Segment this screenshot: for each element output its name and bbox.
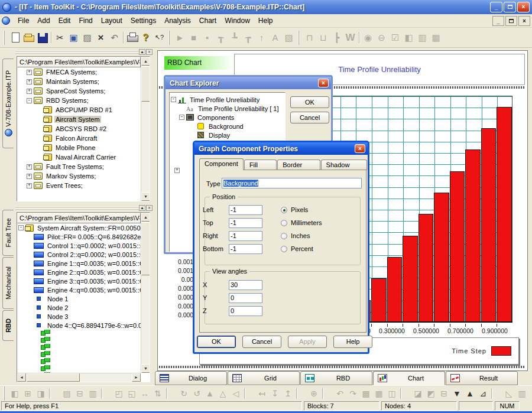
field-input[interactable] [229,218,262,228]
mdi-restore-button[interactable] [505,16,517,26]
scroll-up-arrow[interactable]: ▲ [141,213,150,222]
toolbar-button[interactable] [357,31,361,44]
toolbar-button[interactable]: ⊟ [73,387,86,400]
menu-item[interactable]: Layout [97,15,126,27]
toolbar-button[interactable]: ⇅ [151,387,164,400]
field-input[interactable] [229,280,262,290]
expand-toggle-icon[interactable] [27,79,32,84]
toolbar-button[interactable] [22,31,35,44]
minimize-button[interactable]: _ [490,2,502,12]
tree-row[interactable]: Time Profile Unreliability [ 1] [170,104,285,113]
tree-row[interactable]: Fault Tree Systems; [17,162,141,171]
properties-tab[interactable]: Component [199,158,244,170]
toolbar-button[interactable]: ↔ [138,387,151,400]
field-input[interactable] [229,244,262,254]
toolbar-button[interactable] [320,387,333,400]
toolbar-button[interactable]: ⊙ [528,387,532,400]
unit-radio-row[interactable]: Inches [281,232,310,240]
toolbar-button[interactable]: ▪ [200,31,214,44]
expand-toggle-icon[interactable] [18,225,24,230]
tree-row[interactable]: Naval Aircraft Carrier [17,152,141,162]
toolbar-button[interactable]: ◉ [361,31,375,44]
toolbar-button[interactable]: ✂ [53,31,67,44]
tree-row[interactable]: Display [170,131,285,139]
toolbar-button[interactable]: ▨ [80,31,94,44]
toolbar-button[interactable]: ◫ [385,387,398,400]
chart-explorer-close-button[interactable]: × [318,79,329,87]
tree-row[interactable]: Aircraft System [17,115,141,124]
scroll-down-arrow[interactable]: ▼ [141,192,150,201]
tree-row[interactable]: RBD Systems; [17,96,141,105]
tree-row[interactable]: System Aircraft System::FR=0.00500060 [17,223,141,232]
panel-grip[interactable]: ▲ × [15,49,153,56]
toolbar-button[interactable]: ↷ [346,387,359,400]
properties-tab[interactable]: Border Style [277,160,320,170]
view-tab[interactable]: Result [446,371,518,385]
toolbar-button[interactable]: ┲ [241,31,255,44]
toolbar-button[interactable]: ⊞ [21,387,34,400]
tree-row[interactable]: Event Trees; [17,181,141,190]
expand-toggle-icon[interactable] [171,97,176,102]
toolbar-button[interactable]: ◪ [411,387,424,400]
toolbar-button[interactable] [8,31,22,44]
toolbar-button[interactable]: ▩ [359,387,372,400]
toolbar-button[interactable]: ▼ [450,387,463,400]
toolbar-button[interactable]: ↧ [268,387,281,400]
toolbar-button[interactable] [121,31,125,44]
expand-toggle-icon[interactable] [27,70,32,75]
menu-item[interactable]: Find [74,15,96,27]
tree-row[interactable]: Control 1::q=0.0002; w=0.0015::Q=0 [17,241,141,250]
project-tree-scrollbar[interactable]: ▲ ▼ [141,57,150,201]
tree-row[interactable]: Node 1 [17,294,141,303]
toolbar-button[interactable]: ▦ [372,387,385,400]
expand-toggle-icon[interactable] [27,98,32,103]
expand-toggle-icon[interactable] [27,164,32,170]
menu-item[interactable]: Analysis [160,15,195,27]
toolbar-button[interactable]: ↥ [281,387,294,400]
tree-row[interactable]: Engine 2::q=0.0035; w=0.0015::Q=0 [17,268,141,277]
scroll-thumb[interactable] [141,66,150,102]
toolbar-grip[interactable] [298,31,300,45]
dialog-button[interactable]: OK [197,336,236,348]
expand-toggle-icon[interactable] [27,174,32,179]
toolbar-button[interactable]: ◁ [229,387,242,400]
toolbar-button[interactable]: × [94,31,108,44]
toolbar-button[interactable] [398,387,411,400]
toolbar-button[interactable]: ◨ [34,387,47,400]
mdi-close-button[interactable]: × [518,16,530,26]
menu-item[interactable]: File [14,15,33,27]
tree-row[interactable] [17,344,141,351]
properties-tab[interactable]: Shadow Style [321,160,367,170]
toolbar-button[interactable] [99,387,112,400]
toolbar-button[interactable]: ↻ [177,387,190,400]
restore-button[interactable] [504,2,516,12]
tree-row[interactable]: Engine 4::q=0.0035; w=0.0015::Q=0 [17,285,141,294]
toolbar-button[interactable]: ↶ [108,31,121,44]
toolbar-button[interactable]: ▦ [429,31,443,44]
properties-titlebar[interactable]: Graph Component Properties × [194,142,368,155]
tree-row[interactable]: Node 3 [17,312,141,321]
panel-grip[interactable]: ▲ × [15,205,153,212]
scroll-down-arrow[interactable]: ▼ [141,364,150,373]
toolbar-grip[interactable] [4,31,6,45]
tree-row[interactable]: Pilot::FR= 0.005::Q=6.8492682e-6::w [17,232,141,241]
tree-row[interactable] [17,372,141,373]
tree-row[interactable]: Mobile Phone [17,143,141,152]
tree-row[interactable]: SpareCost Systems; [17,86,141,96]
toolbar-button[interactable]: ► [173,31,187,44]
tree-row[interactable] [17,337,141,344]
radio-icon[interactable] [281,220,287,226]
toolbar-button[interactable]: ☑ [388,31,402,44]
close-button[interactable]: × [517,2,530,12]
view-tab[interactable]: Grid [228,371,300,385]
scroll-right-arrow[interactable]: ► [132,373,141,382]
system-tree-hscrollbar[interactable]: ◄ ► [17,373,141,382]
tree-row[interactable]: Components [170,113,285,122]
panel-pin-button[interactable]: ▲ [139,49,145,55]
field-input[interactable] [229,293,262,303]
toolbar-button[interactable]: ▥ [515,387,528,400]
tree-row[interactable]: FMECA Systems; [17,67,141,77]
toolbar-button[interactable] [35,31,49,44]
toolbar-button[interactable]: ▥ [86,387,99,400]
tab-project-file[interactable]: V-708-Example.ITP [2,58,14,148]
